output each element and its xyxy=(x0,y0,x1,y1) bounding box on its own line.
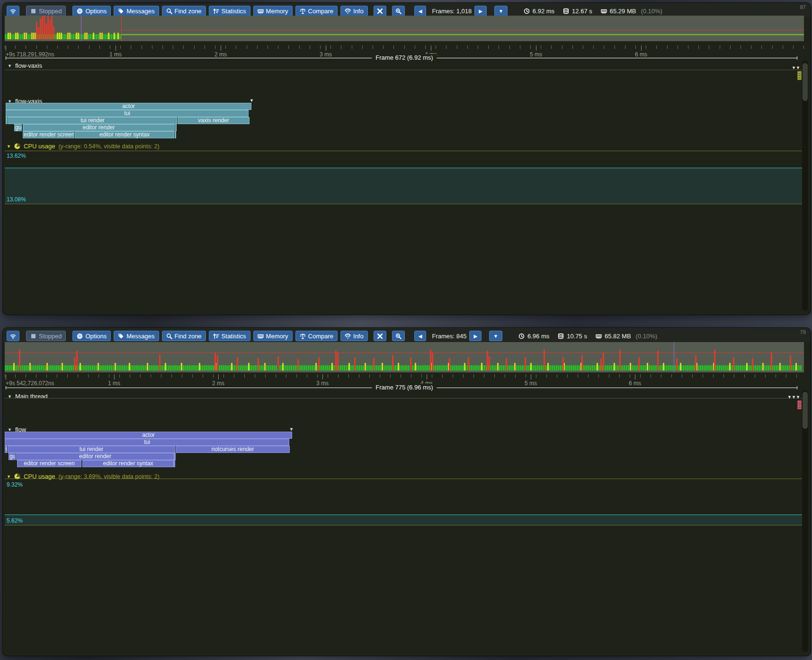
ruler-label: 5 ms xyxy=(525,380,537,387)
statistics-button[interactable]: Statistics xyxy=(209,6,250,16)
prev-frame-button[interactable]: ◀ xyxy=(414,6,427,16)
info-label: Info xyxy=(353,8,364,15)
connection-button[interactable] xyxy=(7,331,19,341)
vertical-scrollbar[interactable] xyxy=(802,61,808,311)
zone-notcurses-render[interactable]: notcurses render xyxy=(176,446,290,453)
next-frame-button[interactable]: ▶ xyxy=(469,331,482,341)
statistics-label: Statistics xyxy=(222,8,246,15)
zone-t[interactable]: t xyxy=(5,446,7,453)
zone-sliver[interactable] xyxy=(175,124,177,131)
frame-bar-yellow xyxy=(69,33,71,39)
find-zone-button[interactable]: Find zone xyxy=(162,331,206,341)
zone-label: tui render xyxy=(80,446,104,452)
thread-header-1[interactable]: ▼Main thread xyxy=(8,393,48,400)
zone-tui[interactable]: tui xyxy=(5,439,289,446)
frame-span-end-tick xyxy=(797,56,797,60)
cpu-plot-fill xyxy=(5,515,804,525)
info-icon xyxy=(345,8,351,14)
zone-label: editor render xyxy=(82,124,115,131)
vertical-scrollbar[interactable] xyxy=(802,390,808,652)
options-button[interactable]: Options xyxy=(72,331,111,341)
zone-editor-render[interactable]: editor render xyxy=(16,453,174,460)
frame-bar-yellow xyxy=(614,363,615,371)
ruler-label: 2 ms xyxy=(212,380,224,387)
zone-gu[interactable]: gu xyxy=(9,453,16,460)
collapsed-frames-badge[interactable] xyxy=(797,400,802,409)
stopped-button[interactable]: Stopped xyxy=(26,6,66,16)
zone-sliver[interactable] xyxy=(174,453,176,460)
tools-button[interactable] xyxy=(374,331,386,341)
cpu-usage-header[interactable]: ▼CPU usage(y-range: 0.54%, visible data … xyxy=(7,143,160,150)
edge-frame-marker-icon: ▼ xyxy=(796,66,800,70)
frame-bar-yellow xyxy=(415,363,416,371)
messages-button[interactable]: Messages xyxy=(114,6,159,16)
info-button[interactable]: Info xyxy=(340,331,368,341)
zone-sliver[interactable] xyxy=(175,131,176,138)
compare-icon xyxy=(300,333,306,339)
memory-label: Memory xyxy=(266,333,288,340)
frame-bar-yellow xyxy=(165,363,166,371)
frame-bar-yellow xyxy=(365,363,366,371)
thread-separator xyxy=(5,70,804,70)
messages-button[interactable]: Messages xyxy=(114,331,159,341)
next-frame-button[interactable]: ▶ xyxy=(474,6,487,16)
zone-editor-render-screen[interactable]: editor render screen xyxy=(17,460,81,467)
frame-bar-yellow xyxy=(84,33,86,39)
zone-editor-render-syntax[interactable]: editor render syntax xyxy=(75,131,174,138)
thread-header-1[interactable]: ▼flow-vaxis xyxy=(8,62,42,69)
frame-list-button[interactable]: ▼ xyxy=(494,6,508,16)
status-memory-usage-percent: (0.10%) xyxy=(636,333,658,340)
zone-editor-render-screen[interactable]: editor render screen xyxy=(23,131,74,138)
zone-editor-render-syntax[interactable]: editor render syntax xyxy=(82,460,174,467)
memory-icon xyxy=(258,333,264,339)
prev-frame-button[interactable]: ◀ xyxy=(414,331,427,341)
zone-gu[interactable]: gu xyxy=(14,124,22,131)
collapsed-frames-badge[interactable] xyxy=(797,71,802,80)
tools-button[interactable] xyxy=(374,6,386,16)
frame-bar-red xyxy=(47,16,49,39)
compare-button[interactable]: Compare xyxy=(295,6,338,16)
zone-sliver[interactable] xyxy=(174,460,175,467)
zoom-tool-button[interactable] xyxy=(392,6,405,16)
frame-bar-yellow xyxy=(108,33,109,39)
frame-list-button[interactable]: ▼ xyxy=(489,331,502,341)
info-button[interactable]: Info xyxy=(340,6,368,16)
zone-vaxis-render[interactable]: vaxis render xyxy=(178,117,250,124)
cpu-plot-bottom-line xyxy=(5,204,804,204)
memory-button[interactable]: Memory xyxy=(253,331,293,341)
cpu-plot-fill xyxy=(5,168,804,204)
zone-tui-render[interactable]: tui render xyxy=(8,117,177,124)
zone-t[interactable]: t xyxy=(6,117,8,124)
frame-histogram[interactable] xyxy=(5,16,804,41)
frame-histogram[interactable] xyxy=(5,342,804,372)
zone-tui-render[interactable]: tui render xyxy=(8,446,175,453)
stopped-button[interactable]: Stopped xyxy=(26,331,66,341)
frames-count: Frames: 1,018 xyxy=(432,8,472,15)
compare-button[interactable]: Compare xyxy=(295,331,338,341)
zone-actor[interactable]: actor xyxy=(5,432,292,439)
frame-bar-yellow xyxy=(115,363,116,371)
zone-editor-render[interactable]: editor render xyxy=(23,124,175,131)
frame-bar-red xyxy=(277,356,279,371)
info-label: Info xyxy=(353,333,364,340)
frame-span-label: Frame 672 (6.92 ms) xyxy=(372,54,437,62)
connection-button[interactable] xyxy=(7,6,19,16)
cpu-max-value: 9.32% xyxy=(7,481,23,488)
statistics-button[interactable]: Statistics xyxy=(209,331,250,341)
memory-button[interactable]: Memory xyxy=(253,6,293,16)
frame-bar-yellow xyxy=(597,363,598,371)
info-icon xyxy=(345,333,351,339)
toolbar: StoppedOptionsMessagesFind zoneStatistic… xyxy=(3,3,811,17)
major-tick xyxy=(218,374,219,380)
zone-actor[interactable]: actor xyxy=(6,103,251,110)
zoom-tool-button[interactable] xyxy=(392,331,405,341)
find-zone-button[interactable]: Find zone xyxy=(162,6,206,16)
scrollbar-thumb[interactable] xyxy=(803,392,808,429)
scrollbar-thumb[interactable] xyxy=(803,63,808,101)
zone-tui[interactable]: tui xyxy=(6,110,249,117)
zone-label: notcurses render xyxy=(211,446,254,452)
options-button[interactable]: Options xyxy=(72,6,111,16)
collapse-triangle-icon: ▼ xyxy=(8,63,12,68)
frame-bars-green xyxy=(5,34,121,39)
status-memory-usage-percent: (0.10%) xyxy=(641,8,662,15)
